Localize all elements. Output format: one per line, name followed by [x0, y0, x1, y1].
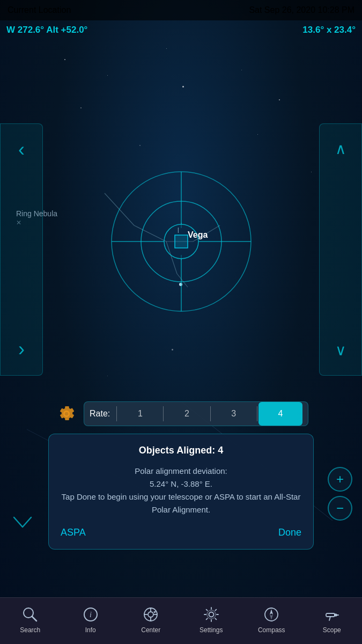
- svg-rect-36: [326, 613, 335, 617]
- svg-line-22: [32, 617, 36, 621]
- chevron-down-icon[interactable]: [12, 515, 33, 534]
- search-icon: [21, 605, 39, 624]
- svg-marker-34: [270, 609, 273, 614]
- tab-center[interactable]: Center: [121, 598, 181, 644]
- scope-icon: [323, 605, 341, 624]
- ring-nebula-label: Ring Nebula ✕: [16, 209, 57, 226]
- tab-info-label: Info: [85, 626, 96, 634]
- svg-line-38: [329, 617, 330, 620]
- tab-info[interactable]: i Info: [61, 598, 121, 644]
- coords-left: W 272.6° Alt +52.0°: [6, 25, 87, 35]
- alignment-description: Polar alignment deviation: 5.24° N, -3.8…: [61, 465, 301, 516]
- rate-control: Rate: 1 2 3 4: [54, 400, 308, 428]
- tab-compass[interactable]: Compass: [241, 598, 302, 644]
- right-down-arrow[interactable]: ∨: [335, 341, 346, 359]
- settings-icon: [202, 605, 220, 624]
- tab-compass-label: Compass: [258, 626, 285, 634]
- tab-search[interactable]: Search: [0, 598, 61, 644]
- done-button[interactable]: Done: [278, 527, 301, 538]
- action-row: ASPA Done: [61, 527, 301, 538]
- svg-point-26: [148, 612, 153, 617]
- svg-rect-14: [175, 235, 188, 248]
- rate-3-button[interactable]: 3: [212, 402, 256, 426]
- app-title: Current Location: [8, 5, 71, 15]
- svg-point-31: [209, 612, 213, 617]
- coords-bar: W 272.6° Alt +52.0° 13.6° x 23.4°: [0, 20, 362, 40]
- aspa-button[interactable]: ASPA: [61, 527, 86, 538]
- zoom-out-button[interactable]: −: [328, 496, 352, 521]
- rate-1-button[interactable]: 1: [118, 402, 162, 426]
- compass-icon: [262, 605, 280, 624]
- tab-settings[interactable]: Settings: [181, 598, 242, 644]
- right-up-arrow[interactable]: ∧: [335, 140, 346, 158]
- left-up-arrow[interactable]: ‹: [18, 140, 25, 159]
- tab-settings-label: Settings: [200, 626, 223, 634]
- crosshair-view: Vega |: [106, 166, 256, 317]
- rate-2-button[interactable]: 2: [165, 402, 209, 426]
- svg-text:|: |: [178, 227, 179, 233]
- info-panel: Objects Aligned: 4 Polar alignment devia…: [48, 434, 314, 550]
- rate-4-button[interactable]: 4: [258, 402, 302, 426]
- left-nav-panel: ‹ ›: [0, 123, 43, 376]
- rate-label: Rate:: [90, 409, 110, 419]
- status-bar: Current Location Sat Sep 26, 2020 10:28 …: [0, 0, 362, 20]
- tab-bar: Search i Info Center: [0, 597, 362, 644]
- objects-aligned-label: Objects Aligned: 4: [61, 445, 301, 456]
- left-down-arrow[interactable]: ›: [18, 340, 25, 359]
- zoom-controls: + −: [328, 467, 352, 521]
- datetime: Sat Sep 26, 2020 10:28 PM: [249, 5, 354, 15]
- zoom-in-button[interactable]: +: [328, 467, 352, 492]
- coords-right: 13.6° x 23.4°: [302, 25, 356, 35]
- svg-marker-35: [270, 614, 273, 620]
- gear-button[interactable]: [54, 401, 79, 427]
- tab-search-label: Search: [20, 626, 40, 634]
- tab-scope[interactable]: Scope: [302, 598, 363, 644]
- svg-text:i: i: [90, 611, 92, 619]
- info-icon: i: [82, 605, 100, 624]
- svg-text:Vega: Vega: [188, 230, 208, 239]
- svg-point-32: [207, 610, 216, 619]
- right-nav-panel: ∧ ∨: [319, 123, 362, 376]
- tab-scope-label: Scope: [323, 626, 341, 634]
- rate-selector: Rate: 1 2 3 4: [84, 401, 308, 426]
- center-icon: [142, 605, 160, 624]
- tab-center-label: Center: [141, 626, 160, 634]
